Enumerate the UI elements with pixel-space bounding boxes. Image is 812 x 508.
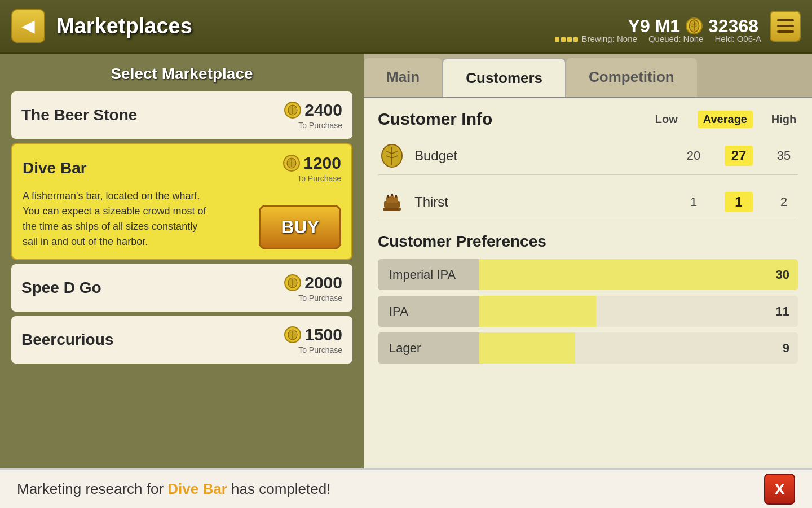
svg-rect-26 (391, 194, 393, 196)
year-month: Y9 M1 (628, 16, 680, 37)
back-button[interactable]: ◀ (11, 9, 45, 43)
preferences-title: Customer Preferences (378, 233, 798, 251)
price-row-spee-d-go: 2000 (284, 273, 342, 292)
left-panel: Select Marketplace The Beer Stone 2400 T… (0, 54, 364, 468)
market-item-right-beer-stone: 2400 To Purchase (284, 100, 342, 130)
column-labels: Low Average High (652, 111, 798, 128)
customer-row-budget: Budget 20 27 35 (378, 137, 798, 175)
menu-line-2 (777, 25, 794, 27)
expanded-top: Dive Bar 1200 To Purchase (23, 154, 341, 183)
thirst-icon (378, 188, 406, 216)
queued-status: Queued: None (648, 34, 704, 43)
market-item-right-beercurious: 1500 To Purchase (284, 325, 342, 354)
pref-label-lager: Lager (378, 332, 479, 364)
held-status: Held: O06-A (714, 34, 761, 43)
pref-value-lager: 9 (783, 341, 789, 356)
price-row-beer-stone: 2400 (284, 100, 342, 120)
svg-rect-20 (383, 208, 401, 211)
pref-label-ipa: IPA (378, 296, 479, 327)
close-notification-button[interactable]: X (764, 474, 795, 505)
customer-row-thirst: Thirst 1 1 2 (378, 183, 798, 221)
coin-amount: 32368 (708, 16, 758, 37)
budget-average: 27 (725, 146, 753, 166)
tabs: Main Customers Competition (364, 54, 812, 98)
price-beercurious: 1500 (304, 325, 342, 344)
tab-main[interactable]: Main (364, 58, 442, 97)
expanded-bottom: A fisherman's bar, located on the wharf.… (23, 183, 341, 249)
pref-value-imperial-ipa: 30 (776, 268, 789, 282)
price-row-beercurious: 1500 (284, 325, 342, 344)
to-purchase-dive-bar: To Purchase (297, 174, 341, 183)
thirst-high: 2 (770, 195, 798, 209)
market-item-spee-d-go[interactable]: Spee D Go 2000 To Purchase (11, 264, 352, 312)
tab-customers[interactable]: Customers (442, 58, 566, 97)
coin-icon-beercurious (284, 326, 301, 343)
tab-competition[interactable]: Competition (566, 58, 697, 97)
market-item-name-spee-d-go: Spee D Go (21, 279, 102, 297)
pref-value-ipa: 11 (776, 304, 789, 319)
main-area: Select Marketplace The Beer Stone 2400 T… (0, 54, 812, 468)
coin-icon-spee-d-go (284, 274, 301, 291)
budget-values: 20 27 35 (679, 146, 798, 166)
to-purchase-beer-stone: To Purchase (298, 121, 342, 130)
pref-bar-container-imperial-ipa: 30 (479, 259, 798, 290)
menu-line-1 (777, 19, 794, 21)
thirst-label: Thirst (414, 194, 679, 210)
bottom-bar: Marketing research for Dive Bar has comp… (0, 468, 812, 508)
to-purchase-beercurious: To Purchase (298, 345, 342, 354)
pref-bar-ipa (479, 296, 596, 327)
svg-rect-25 (387, 195, 389, 198)
market-item-beer-stone[interactable]: The Beer Stone 2400 To Purchase (11, 91, 352, 139)
pref-bar-container-lager: 9 (479, 332, 798, 364)
coin-icon-beer-stone (284, 102, 301, 119)
market-item-right-spee-d-go: 2000 To Purchase (284, 273, 342, 303)
price-dive-bar: 1200 (303, 154, 341, 173)
budget-high: 35 (770, 148, 798, 163)
brewing-status: Brewing: None (555, 34, 637, 43)
col-average: Average (698, 111, 753, 128)
price-spee-d-go: 2000 (304, 273, 342, 292)
market-item-name-dive-bar: Dive Bar (23, 159, 87, 177)
to-purchase-spee-d-go: To Purchase (298, 294, 342, 303)
select-marketplace-title: Select Marketplace (11, 65, 352, 83)
price-row-dive-bar: 1200 (283, 154, 341, 173)
menu-button[interactable] (770, 11, 801, 42)
svg-rect-27 (395, 195, 397, 198)
thirst-values: 1 1 2 (679, 192, 798, 212)
notification-text: Marketing research for Dive Bar has comp… (17, 480, 330, 498)
market-item-name-beer-stone: The Beer Stone (21, 106, 137, 124)
page-title: Marketplaces (56, 14, 628, 38)
right-panel: Main Customers Competition Customer Info… (364, 54, 812, 468)
pref-label-imperial-ipa: Imperial IPA (378, 259, 479, 290)
market-item-dive-bar[interactable]: Dive Bar 1200 To Purchase (11, 143, 352, 260)
pref-row-lager: Lager 9 (378, 332, 798, 364)
dive-bar-description: A fisherman's bar, located on the wharf.… (23, 189, 214, 249)
budget-low: 20 (679, 148, 708, 163)
header-sub-info: Brewing: None Queued: None Held: O06-A (555, 34, 761, 43)
budget-icon (378, 142, 406, 170)
thirst-average: 1 (725, 192, 753, 212)
market-item-name-beercurious: Beercurious (21, 331, 113, 349)
notification-highlight: Dive Bar (167, 480, 227, 497)
pref-bar-lager (479, 332, 575, 364)
pref-bar-imperial-ipa (479, 259, 798, 290)
col-low: Low (652, 113, 681, 126)
svg-rect-23 (390, 195, 394, 203)
coin-icon-header (686, 17, 703, 34)
buy-button[interactable]: BUY (259, 205, 341, 249)
price-beer-stone: 2400 (304, 100, 342, 120)
menu-line-3 (777, 30, 794, 33)
thirst-low: 1 (679, 195, 708, 209)
market-item-beercurious[interactable]: Beercurious 1500 To Purchase (11, 316, 352, 364)
header: ◀ Marketplaces Y9 M1 32368 (0, 0, 812, 54)
pref-bar-container-ipa: 11 (479, 296, 798, 327)
budget-label: Budget (414, 148, 679, 164)
pref-row-imperial-ipa: Imperial IPA 30 (378, 259, 798, 290)
coin-icon-dive-bar (283, 155, 300, 172)
col-high: High (770, 113, 798, 126)
pref-row-ipa: IPA 11 (378, 296, 798, 327)
right-content: Customer Info Low Average High (364, 98, 812, 468)
customer-info-title: Customer Info (378, 110, 492, 129)
market-item-right-dive-bar: 1200 To Purchase (283, 154, 341, 183)
customer-info-header: Customer Info Low Average High (378, 110, 798, 129)
